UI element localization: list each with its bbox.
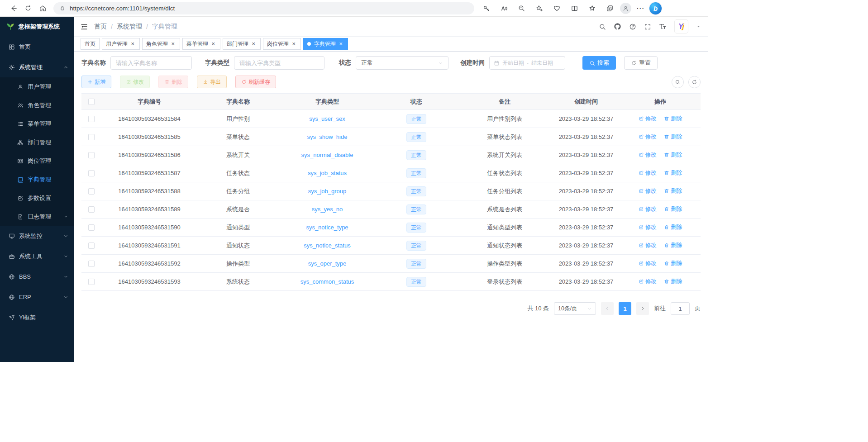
sidebar-item-params[interactable]: 参数设置 bbox=[0, 189, 74, 207]
breadcrumb-item-home[interactable]: 首页 bbox=[94, 23, 107, 31]
row-edit-link[interactable]: 修改 bbox=[639, 115, 657, 123]
row-edit-link[interactable]: 修改 bbox=[639, 278, 657, 285]
sidebar-item-monitor[interactable]: 系统监控 bbox=[0, 226, 74, 246]
dict-type-link[interactable]: sys_show_hide bbox=[307, 133, 348, 140]
tab-dict-mgmt[interactable]: 字典管理× bbox=[303, 38, 348, 50]
breadcrumb-item-system[interactable]: 系统管理 bbox=[117, 23, 142, 31]
row-delete-link[interactable]: 删除 bbox=[664, 115, 682, 123]
tab-close-icon[interactable]: × bbox=[338, 41, 344, 47]
row-delete-link[interactable]: 删除 bbox=[664, 133, 682, 141]
browser-refresh-button[interactable] bbox=[21, 1, 35, 15]
tab-close-icon[interactable]: × bbox=[291, 41, 297, 47]
row-delete-link[interactable]: 删除 bbox=[664, 223, 682, 231]
prev-page-button[interactable] bbox=[601, 302, 614, 315]
row-delete-link[interactable]: 删除 bbox=[664, 278, 682, 285]
edit-button[interactable]: 修改 bbox=[120, 76, 150, 88]
sidebar-item-tools[interactable]: 系统工具 bbox=[0, 246, 74, 266]
key-icon[interactable] bbox=[479, 1, 493, 15]
dict-name-input[interactable] bbox=[110, 56, 192, 70]
add-favorite-icon[interactable] bbox=[532, 1, 546, 15]
tab-home[interactable]: 首页 bbox=[81, 38, 100, 50]
row-checkbox[interactable] bbox=[88, 152, 95, 158]
row-checkbox[interactable] bbox=[88, 188, 95, 195]
select-all-checkbox[interactable] bbox=[88, 99, 95, 105]
row-edit-link[interactable]: 修改 bbox=[639, 242, 657, 249]
row-edit-link[interactable]: 修改 bbox=[639, 133, 657, 141]
row-edit-link[interactable]: 修改 bbox=[639, 187, 657, 195]
copilot-icon[interactable]: b bbox=[649, 2, 662, 14]
sidebar-item-posts[interactable]: 岗位管理 bbox=[0, 152, 74, 170]
fullscreen-icon[interactable] bbox=[644, 23, 651, 30]
app-logo[interactable]: 意框架管理系统 bbox=[0, 17, 74, 37]
more-menu-icon[interactable]: ⋯ bbox=[634, 4, 646, 13]
dict-type-link[interactable]: sys_yes_no bbox=[312, 206, 343, 213]
row-delete-link[interactable]: 删除 bbox=[664, 169, 682, 177]
sidebar-item-home[interactable]: 首页 bbox=[0, 37, 74, 57]
tab-user-mgmt[interactable]: 用户管理× bbox=[102, 38, 140, 50]
dict-type-link[interactable]: sys_common_status bbox=[300, 278, 354, 285]
row-checkbox[interactable] bbox=[88, 242, 95, 249]
add-button[interactable]: 新增 bbox=[81, 76, 111, 88]
chevron-down-icon[interactable] bbox=[696, 24, 701, 29]
row-checkbox[interactable] bbox=[88, 224, 95, 231]
header-search-icon[interactable] bbox=[599, 23, 606, 30]
sidebar-toggle[interactable] bbox=[80, 23, 88, 31]
date-range-picker[interactable]: 开始日期 - 结束日期 bbox=[489, 56, 565, 70]
search-button[interactable]: 搜索 bbox=[582, 56, 616, 70]
browser-profile-avatar[interactable] bbox=[620, 3, 631, 14]
row-checkbox[interactable] bbox=[88, 279, 95, 285]
row-checkbox[interactable] bbox=[88, 206, 95, 213]
read-aloud-icon[interactable] bbox=[496, 1, 511, 15]
sidebar-item-yi-framework[interactable]: Yi框架 bbox=[0, 307, 74, 328]
sidebar-item-dict[interactable]: 字典管理 bbox=[0, 170, 74, 189]
dict-type-link[interactable]: sys_job_status bbox=[308, 170, 347, 176]
delete-button[interactable]: 删除 bbox=[158, 76, 188, 88]
row-edit-link[interactable]: 修改 bbox=[639, 151, 657, 159]
help-icon[interactable] bbox=[629, 23, 636, 30]
sidebar-item-menus[interactable]: 菜单管理 bbox=[0, 114, 74, 133]
tab-dept-mgmt[interactable]: 部门管理× bbox=[223, 38, 261, 50]
goto-page-input[interactable] bbox=[671, 302, 690, 315]
github-icon[interactable] bbox=[614, 23, 621, 30]
dict-type-input[interactable] bbox=[234, 56, 324, 70]
row-delete-link[interactable]: 删除 bbox=[664, 242, 682, 249]
row-edit-link[interactable]: 修改 bbox=[639, 205, 657, 213]
current-page[interactable]: 1 bbox=[619, 302, 631, 315]
sidebar-item-roles[interactable]: 角色管理 bbox=[0, 96, 74, 114]
tab-close-icon[interactable]: × bbox=[250, 41, 257, 47]
toggle-search-button[interactable] bbox=[672, 76, 684, 88]
row-delete-link[interactable]: 删除 bbox=[664, 205, 682, 213]
tab-close-icon[interactable]: × bbox=[210, 41, 216, 47]
favorites-icon[interactable] bbox=[585, 1, 599, 15]
row-edit-link[interactable]: 修改 bbox=[639, 169, 657, 177]
tab-close-icon[interactable]: × bbox=[170, 41, 176, 47]
dict-type-link[interactable]: sys_oper_type bbox=[308, 260, 347, 267]
sidebar-item-erp[interactable]: ERP bbox=[0, 287, 74, 307]
dict-type-link[interactable]: sys_notice_status bbox=[304, 242, 350, 249]
refresh-table-button[interactable] bbox=[688, 76, 701, 88]
row-checkbox[interactable] bbox=[88, 170, 95, 176]
sidebar-item-bbs[interactable]: BBS bbox=[0, 266, 74, 287]
export-button[interactable]: 导出 bbox=[197, 76, 227, 88]
sidebar-item-system[interactable]: 系统管理 bbox=[0, 57, 74, 77]
tab-post-mgmt[interactable]: 岗位管理× bbox=[263, 38, 301, 50]
page-size-select[interactable]: 10条/页 bbox=[554, 302, 596, 315]
browser-home-button[interactable] bbox=[35, 1, 50, 15]
sidebar-item-departments[interactable]: 部门管理 bbox=[0, 133, 74, 152]
sidebar-item-logs[interactable]: 日志管理 bbox=[0, 207, 74, 226]
tab-role-mgmt[interactable]: 角色管理× bbox=[142, 38, 180, 50]
browser-back-button[interactable] bbox=[6, 1, 21, 15]
tab-close-icon[interactable]: × bbox=[129, 41, 136, 47]
dict-type-link[interactable]: sys_normal_disable bbox=[301, 152, 353, 158]
font-size-icon[interactable] bbox=[659, 23, 667, 30]
row-delete-link[interactable]: 删除 bbox=[664, 187, 682, 195]
user-avatar[interactable]: Y j bbox=[674, 19, 688, 33]
row-delete-link[interactable]: 删除 bbox=[664, 151, 682, 159]
collections-icon[interactable] bbox=[602, 1, 617, 15]
split-screen-icon[interactable] bbox=[567, 1, 582, 15]
next-page-button[interactable] bbox=[636, 302, 649, 315]
status-select[interactable]: 正常 bbox=[356, 56, 448, 70]
dict-type-link[interactable]: sys_notice_type bbox=[306, 224, 348, 231]
row-checkbox[interactable] bbox=[88, 116, 95, 122]
row-checkbox[interactable] bbox=[88, 134, 95, 140]
